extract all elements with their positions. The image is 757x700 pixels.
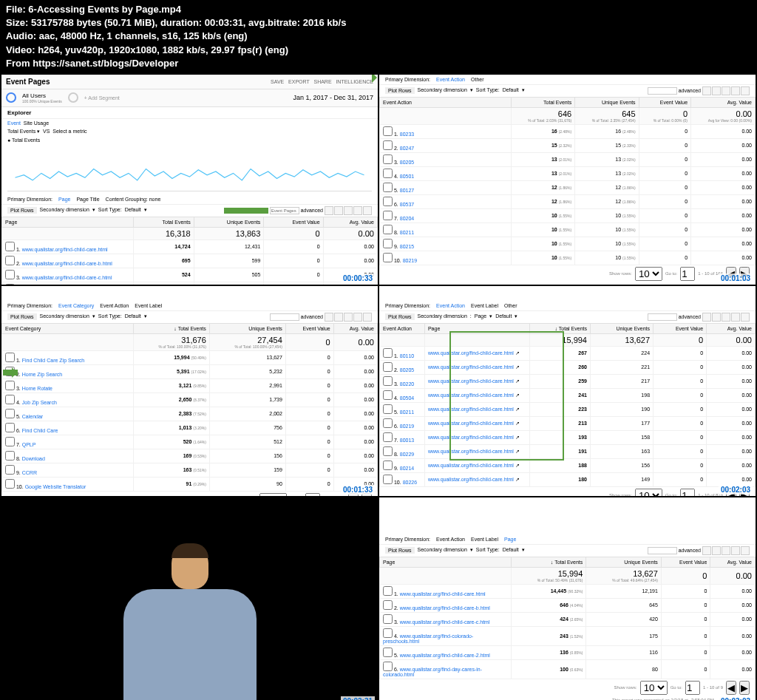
timestamp: 00:00:33 xyxy=(341,273,375,283)
table-row[interactable]: 8. Download169 (0.53%)156 00.00 xyxy=(2,449,378,463)
table-row[interactable]: 6. www.qualistar.org/find-day-cares-in-c… xyxy=(380,659,756,679)
file-info-header: File: 6-Accessing Events by Page.mp4 Siz… xyxy=(0,0,757,73)
table-row[interactable]: 2. www.qualistar.org/find-child-care-b.h… xyxy=(380,598,756,612)
timestamp: 00:02:31 xyxy=(341,696,375,700)
table-row[interactable]: 3. 80220www.qualistar.org/find-child-car… xyxy=(380,374,756,388)
frame-6: Primary Dimension: Event Action Event La… xyxy=(379,497,756,700)
table-row[interactable]: 4. Job Zip Search2,650 (8.37%)1,739 00.0… xyxy=(2,393,378,407)
table-row[interactable]: 1. www.qualistar.org/find-child-care.htm… xyxy=(2,239,378,254)
table-row[interactable]: 5. 8012712 (1.86%)12 (1.86%)00.00 xyxy=(380,180,756,194)
table-row[interactable]: 7. QPLP520 (1.64%)512 00.00 xyxy=(2,435,378,449)
frame-1: Event Pages SAVE EXPORT SHARE INTELLIGEN… xyxy=(1,75,378,285)
page-title: Event Pages xyxy=(6,78,50,86)
search-input[interactable] xyxy=(648,87,677,95)
table-row[interactable]: 10. 8021910 (1.55%)10 (1.55%)00.00 xyxy=(380,251,756,265)
table-row[interactable]: 5. www.qualistar.org/find-child-care-2.h… xyxy=(380,645,756,659)
data-table: Event ActionPage↓ Total EventsUnique Eve… xyxy=(379,323,756,487)
data-table: Event ActionTotal EventsUnique EventsEve… xyxy=(379,97,756,265)
table-row[interactable]: 8. 80229www.qualistar.org/find-child-car… xyxy=(380,444,756,458)
table-row[interactable]: 9. 8021510 (1.55%)10 (1.55%)00.00 xyxy=(380,237,756,251)
table-row[interactable]: 3. Home Rotate3,121 (9.85%)2,991 00.00 xyxy=(2,378,378,393)
table-row[interactable]: 8. 8021110 (1.55%)10 (1.55%)00.00 xyxy=(380,222,756,237)
table-row[interactable]: 9. CCRR163 (0.51%)159 00.00 xyxy=(2,463,378,477)
search-input[interactable] xyxy=(648,313,677,321)
timestamp: 00:03:03 xyxy=(719,696,753,700)
refresh-link[interactable]: Refresh Report xyxy=(719,284,750,285)
data-table: Event Category↓ Total EventsUnique Event… xyxy=(1,323,378,492)
table-row[interactable]: 5. Calendar2,383 (7.52%)2,002 00.00 xyxy=(2,407,378,421)
highlight-box xyxy=(449,331,564,461)
table-row[interactable]: 1. Find Child Care Zip Search15,994 (50.… xyxy=(2,350,378,364)
table-row[interactable]: 1. 8023316 (2.48%)16 (2.48%)00.00 xyxy=(380,124,756,138)
frame-5-presenter: 00:02:31 xyxy=(1,497,378,700)
frame-3: Primary Dimension: Event Category Event … xyxy=(1,286,378,496)
table-row[interactable]: 6. 8053712 (1.86%)12 (1.86%)00.00 xyxy=(380,194,756,208)
timestamp: 00:01:03 xyxy=(719,273,753,283)
date-range[interactable]: Jan 1, 2017 - Dec 31, 2017 xyxy=(293,94,373,101)
table-row[interactable]: 3. www.qualistar.org/find-child-care-c.h… xyxy=(380,612,756,626)
table-row[interactable]: 10. 80226www.qualistar.org/find-child-ca… xyxy=(380,472,756,486)
table-row[interactable]: 1. www.qualistar.org/find-child-care.htm… xyxy=(380,584,756,598)
search-input[interactable] xyxy=(270,207,299,214)
table-row[interactable]: 4. www.qualistar.org/find-child-...239 2… xyxy=(2,282,378,285)
table-row[interactable]: 3. www.qualistar.org/find-child-care-c.h… xyxy=(2,268,378,282)
table-row[interactable]: 4. 80504www.qualistar.org/find-child-car… xyxy=(380,388,756,402)
table-row[interactable]: 4. www.qualistar.org/find-colorado-presc… xyxy=(380,626,756,645)
table-row[interactable]: 9. 80214www.qualistar.org/find-child-car… xyxy=(380,458,756,472)
timestamp: 00:01:33 xyxy=(341,485,375,495)
table-row[interactable]: 7. 80013www.qualistar.org/find-child-car… xyxy=(380,430,756,444)
table-row[interactable]: 5. 80211www.qualistar.org/find-child-car… xyxy=(380,402,756,416)
table-row[interactable]: 2. Home Zip Search5,391 (17.02%)5,232 00… xyxy=(2,364,378,378)
segment-circle-icon[interactable] xyxy=(6,92,16,103)
frame-2: Primary Dimension: Event Action Other Pl… xyxy=(379,75,756,285)
table-row[interactable]: 6. Find Child Care1,013 (3.20%)756 00.00 xyxy=(2,421,378,435)
table-row[interactable]: 10. Google Website Translator91 (0.29%)9… xyxy=(2,477,378,491)
table-row[interactable]: 2. www.qualistar.org/find-child-care-b.h… xyxy=(2,254,378,268)
table-row[interactable]: 7. 8020410 (1.55%)10 (1.55%)00.00 xyxy=(380,208,756,222)
line-chart xyxy=(7,147,372,191)
data-table: PageTotal EventsUnique EventsEvent Value… xyxy=(1,217,378,285)
timestamp: 00:02:03 xyxy=(719,485,753,495)
table-row[interactable]: 2. 80205www.qualistar.org/find-child-car… xyxy=(380,360,756,374)
search-input[interactable] xyxy=(270,313,299,321)
table-row[interactable]: 3. 8020513 (2.01%)13 (2.02%)00.00 xyxy=(380,152,756,166)
table-row[interactable]: 1. 80110www.qualistar.org/find-child-car… xyxy=(380,346,756,360)
table-row[interactable]: 4. 8050113 (2.01%)13 (2.02%)00.00 xyxy=(380,166,756,180)
data-table: Page↓ Total EventsUnique EventsEvent Val… xyxy=(379,557,756,679)
table-row[interactable]: 2. 8024715 (2.32%)15 (2.33%)00.00 xyxy=(380,138,756,152)
add-segment-icon[interactable] xyxy=(68,92,78,103)
search-input[interactable] xyxy=(648,547,677,554)
frame-4: Primary Dimension: Event Action Event La… xyxy=(379,286,756,496)
table-row[interactable]: 6. 80219www.qualistar.org/find-child-car… xyxy=(380,416,756,430)
arrow-highlight xyxy=(3,370,18,376)
